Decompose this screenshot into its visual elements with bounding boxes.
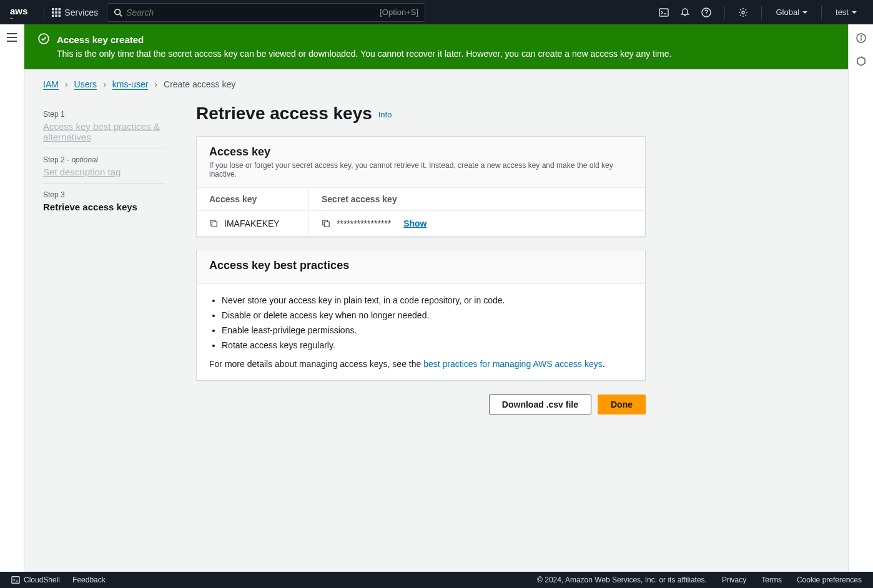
info-panel-toggle[interactable] [856,33,866,45]
svg-rect-19 [324,222,329,227]
access-key-panel: Access key If you lose or forget your se… [196,136,646,237]
step-number: Step 2 - optional [43,155,165,164]
wizard-step-3: Step 3 Retrieve access keys [43,184,165,218]
list-item: Rotate access keys regularly. [222,340,633,350]
copy-secret-key-button[interactable] [322,219,330,228]
step-title: Set description tag [43,167,165,177]
svg-rect-1 [56,8,58,11]
best-practices-link[interactable]: best practices for managing AWS access k… [423,359,603,369]
step-title: Access key best practices & alternatives [43,121,165,142]
svg-rect-0 [52,8,54,11]
svg-rect-2 [59,8,61,11]
step-title: Retrieve access keys [43,202,165,212]
copy-icon [322,219,330,228]
list-item: Disable or delete access key when no lon… [222,310,633,320]
svg-rect-6 [52,14,54,17]
divider [724,6,725,19]
svg-rect-11 [659,9,668,16]
step-number: Step 1 [43,110,165,119]
breadcrumb-users[interactable]: Users [74,79,97,90]
svg-rect-5 [59,11,61,14]
breadcrumb-iam[interactable]: IAM [43,79,59,90]
grid-icon [52,8,61,17]
divider [821,6,822,19]
best-practices-list: Never store your access key in plain tex… [209,295,633,350]
info-link[interactable]: Info [378,110,392,119]
notifications-button[interactable] [674,7,696,17]
breadcrumb: IAM › Users › kms-user › Create access k… [43,79,829,90]
copy-access-key-button[interactable] [209,219,218,228]
col-access-key: Access key [197,188,309,210]
hamburger-icon [7,33,17,42]
chevron-right-icon: › [65,79,68,89]
svg-line-10 [120,14,122,16]
breadcrumb-user[interactable]: kms-user [112,79,149,90]
services-menu-button[interactable]: Services [52,7,98,17]
services-label: Services [64,7,98,17]
svg-rect-8 [59,14,61,17]
tools-panel-toggle[interactable] [856,56,866,68]
svg-point-9 [115,9,121,14]
access-key-value: IMAFAKEKEY [224,218,280,228]
caret-down-icon [802,10,807,15]
wizard-steps: Step 1 Access key best practices & alter… [43,104,165,414]
svg-point-22 [861,36,861,36]
aws-logo[interactable]: aws ⎯⏜ [10,6,27,19]
panel-subtitle: If you lose or forget your secret access… [209,161,633,179]
caret-down-icon [852,10,857,15]
top-nav: aws ⎯⏜ Services [Option+S] Global t [0,0,873,24]
check-circle-icon [38,33,49,44]
account-menu[interactable]: test [829,7,863,17]
divider [44,6,44,19]
more-details: For more details about managing access k… [209,359,633,369]
show-secret-button[interactable]: Show [403,218,427,228]
divider [761,6,762,19]
wizard-step-2[interactable]: Step 2 - optional Set description tag [43,149,165,184]
svg-rect-18 [212,222,217,227]
key-table-header: Access key Secret access key [197,188,645,211]
best-practices-panel: Access key best practices Never store yo… [196,250,646,381]
help-button[interactable] [696,7,717,17]
wizard-step-1[interactable]: Step 1 Access key best practices & alter… [43,104,165,149]
terminal-icon [659,7,669,17]
panel-title: Access key best practices [209,259,633,272]
side-nav-toggle[interactable] [0,24,24,572]
bell-icon [680,7,690,17]
svg-rect-3 [52,11,54,14]
flash-message: This is the only time that the secret ac… [57,47,671,61]
done-button[interactable]: Done [598,394,646,414]
list-item: Enable least-privilege permissions. [222,325,633,335]
search-shortcut: [Option+S] [380,7,418,17]
region-selector[interactable]: Global [769,7,814,17]
nav-right: Global test [653,6,863,19]
copy-icon [209,219,218,228]
help-icon [701,7,711,17]
download-csv-button[interactable]: Download .csv file [489,394,591,414]
step-number: Step 3 [43,190,165,199]
chevron-right-icon: › [103,79,106,89]
page-title: Retrieve access keys [196,104,372,124]
gear-icon [738,7,748,17]
svg-rect-4 [56,11,58,14]
search-icon [114,8,122,17]
svg-rect-7 [56,14,58,17]
success-flash: Access key created This is the only time… [24,24,848,69]
key-table-row: IMAFAKEKEY **************** Show [197,211,645,237]
col-secret-key: Secret access key [309,188,645,210]
region-label: Global [776,7,799,17]
info-circle-icon [856,33,866,43]
account-label: test [836,7,849,17]
tools-panel-rail [848,24,873,572]
breadcrumb-current: Create access key [164,79,235,89]
flash-title: Access key created [57,33,671,47]
list-item: Never store your access key in plain tex… [222,295,633,305]
secret-key-masked: **************** [337,218,391,228]
hexagon-icon [856,56,866,66]
settings-button[interactable] [732,7,754,17]
chevron-right-icon: › [154,79,157,89]
search-box[interactable]: [Option+S] [107,3,425,22]
cloudshell-icon-button[interactable] [653,7,674,17]
search-input[interactable] [122,7,380,17]
svg-point-13 [742,11,744,14]
panel-title: Access key [209,145,633,159]
